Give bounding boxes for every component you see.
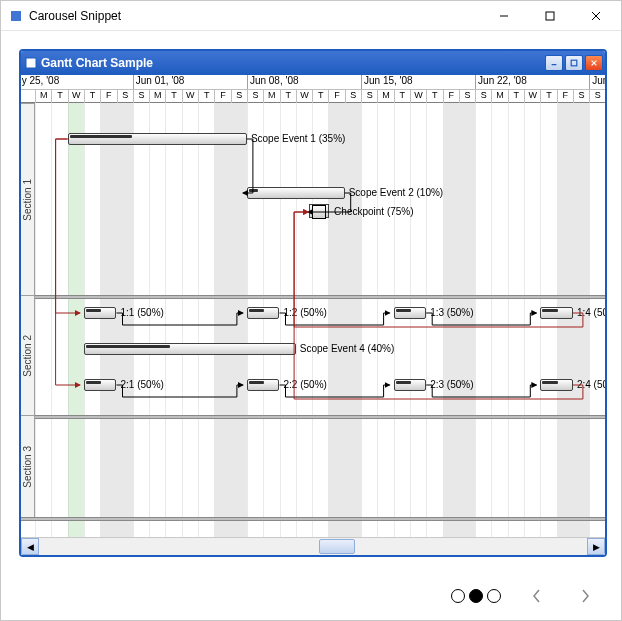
event-label: 1:1 (50%) <box>121 307 164 318</box>
svg-rect-0 <box>11 11 21 21</box>
mdi-minimize-button[interactable] <box>545 55 563 71</box>
os-window-title: Carousel Snippet <box>29 9 121 23</box>
gantt-window-title: Gantt Chart Sample <box>41 56 153 70</box>
day-label: T <box>540 90 556 104</box>
milestone-inner <box>312 205 326 219</box>
event-label: 2:3 (50%) <box>430 379 473 390</box>
day-label: T <box>198 90 214 104</box>
gantt-window-controls <box>545 55 603 71</box>
day-label: T <box>426 90 442 104</box>
close-button[interactable] <box>573 2 619 30</box>
gantt-bar[interactable] <box>68 133 247 145</box>
day-label: S <box>133 90 149 104</box>
gantt-bar[interactable] <box>84 379 117 391</box>
event-label: 2:2 (50%) <box>284 379 327 390</box>
os-window-controls <box>481 2 619 30</box>
section-pane: Section 2 <box>21 295 35 415</box>
day-label: T <box>165 90 181 104</box>
event-label: 1:2 (50%) <box>284 307 327 318</box>
week-label: Jun 22, '08 <box>475 75 527 89</box>
carousel-next-button[interactable] <box>573 584 597 608</box>
minimize-button[interactable] <box>481 2 527 30</box>
event-label: 1:4 (50%) <box>577 307 605 318</box>
carousel-dot[interactable] <box>487 589 501 603</box>
day-label: S <box>589 90 605 104</box>
day-label: T <box>280 90 296 104</box>
day-label: W <box>524 90 540 104</box>
gantt-bar[interactable] <box>540 307 573 319</box>
day-label: S <box>345 90 361 104</box>
week-label: y 25, '08 <box>21 75 59 89</box>
section-label: Section 1 <box>22 179 33 221</box>
gantt-bar[interactable] <box>84 307 117 319</box>
day-label: M <box>377 90 393 104</box>
gantt-bar[interactable] <box>394 379 427 391</box>
section-pane: Section 3 <box>21 415 35 517</box>
day-label: F <box>214 90 230 104</box>
day-label: S <box>573 90 589 104</box>
svg-rect-2 <box>546 12 554 20</box>
gantt-window-titlebar[interactable]: Gantt Chart Sample <box>21 51 605 75</box>
carousel-dot[interactable] <box>469 589 483 603</box>
os-window: Carousel Snippet Gantt Chart Sample y 25… <box>0 0 622 621</box>
day-label: F <box>100 90 116 104</box>
day-label: S <box>459 90 475 104</box>
app-icon <box>9 9 23 23</box>
carousel-dots <box>451 589 501 603</box>
scroll-thumb[interactable] <box>319 539 355 554</box>
section-label: Section 3 <box>22 446 33 488</box>
day-label: M <box>35 90 51 104</box>
chart-body[interactable]: Section 1Section 2Section 3Scope Event 1… <box>21 103 605 537</box>
document-icon <box>25 57 37 69</box>
day-label: F <box>557 90 573 104</box>
gantt-area: y 25, '08Jun 01, '08Jun 08, '08Jun 15, '… <box>21 75 605 555</box>
day-label: T <box>394 90 410 104</box>
event-label: Scope Event 1 (35%) <box>251 133 346 144</box>
day-label: F <box>328 90 344 104</box>
week-label: Jun 15, '08 <box>361 75 413 89</box>
mdi-maximize-button[interactable] <box>565 55 583 71</box>
day-label: S <box>231 90 247 104</box>
gantt-bar[interactable] <box>247 187 345 199</box>
event-label: Scope Event 2 (10%) <box>349 187 444 198</box>
svg-rect-5 <box>26 58 36 68</box>
horizontal-scrollbar[interactable]: ◀ ▶ <box>21 537 605 555</box>
day-label: W <box>296 90 312 104</box>
day-label: W <box>68 90 84 104</box>
scroll-track[interactable] <box>39 538 587 555</box>
event-label: Checkpoint (75%) <box>334 206 413 217</box>
day-label: F <box>443 90 459 104</box>
gantt-window: Gantt Chart Sample y 25, '08Jun 01, '08J… <box>19 49 607 557</box>
day-label: M <box>149 90 165 104</box>
mdi-close-button[interactable] <box>585 55 603 71</box>
day-label: T <box>508 90 524 104</box>
section-label: Section 2 <box>22 335 33 377</box>
week-label: Jun 08, '08 <box>247 75 299 89</box>
svg-rect-7 <box>571 60 577 66</box>
carousel-prev-button[interactable] <box>525 584 549 608</box>
event-label: 1:3 (50%) <box>430 307 473 318</box>
gantt-bar[interactable] <box>84 343 296 355</box>
gantt-chart[interactable]: y 25, '08Jun 01, '08Jun 08, '08Jun 15, '… <box>21 75 605 537</box>
os-titlebar[interactable]: Carousel Snippet <box>1 1 621 31</box>
day-label: M <box>491 90 507 104</box>
day-label: T <box>84 90 100 104</box>
day-label: W <box>182 90 198 104</box>
scroll-left-button[interactable]: ◀ <box>21 538 39 555</box>
day-label: T <box>51 90 67 104</box>
gantt-bar[interactable] <box>247 307 280 319</box>
day-label: M <box>263 90 279 104</box>
day-label: S <box>361 90 377 104</box>
maximize-button[interactable] <box>527 2 573 30</box>
gantt-bar[interactable] <box>540 379 573 391</box>
section-pane: Section 1 <box>21 103 35 295</box>
gantt-bar[interactable] <box>247 379 280 391</box>
day-label: S <box>117 90 133 104</box>
event-label: 2:4 (50%) <box>577 379 605 390</box>
gantt-bar[interactable] <box>394 307 427 319</box>
scroll-right-button[interactable]: ▶ <box>587 538 605 555</box>
carousel-controls <box>1 572 621 620</box>
event-label: Scope Event 4 (40%) <box>300 343 395 354</box>
event-label: 2:1 (50%) <box>121 379 164 390</box>
carousel-dot[interactable] <box>451 589 465 603</box>
